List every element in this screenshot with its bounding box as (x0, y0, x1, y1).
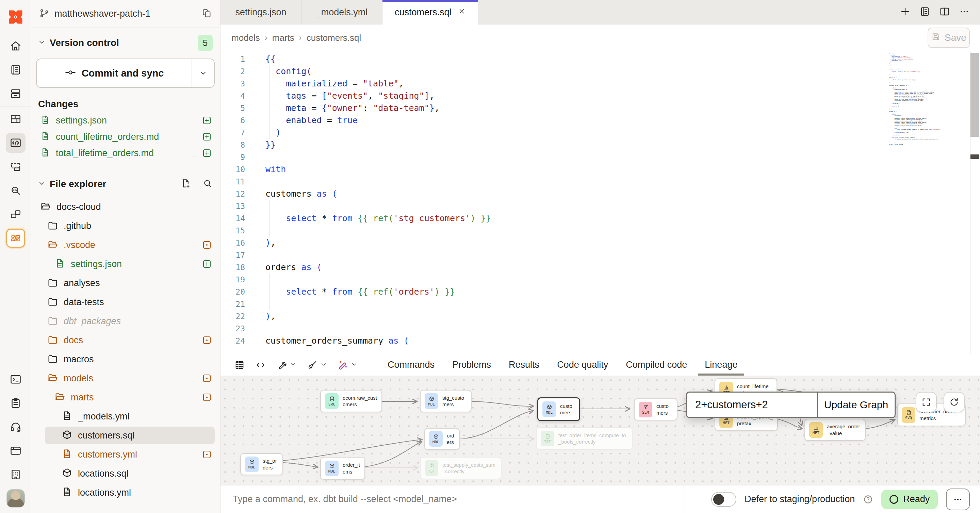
rail-item-terminal[interactable] (0, 367, 31, 391)
code-line[interactable]: 1{{ (221, 53, 980, 65)
tree-item-analyses[interactable]: analyses (31, 273, 220, 292)
chevron-down-icon[interactable] (37, 179, 46, 189)
tree-item-customers-sql[interactable]: customers.sql (31, 426, 220, 445)
chevron-down-icon[interactable] (350, 361, 358, 369)
code-line[interactable]: 11 (221, 176, 980, 188)
rail-item-grid[interactable] (0, 107, 31, 131)
notebook-icon[interactable] (920, 6, 930, 18)
panel-tool-magic-wand[interactable] (334, 360, 361, 370)
stage-plus-icon[interactable] (202, 115, 212, 125)
save-button[interactable]: Save (928, 27, 970, 48)
code-line[interactable]: 20 select * from {{ ref('orders') }} (221, 286, 980, 298)
plus-icon[interactable] (900, 6, 911, 18)
lineage-node-test-supply-costs[interactable]: TSTtest_supply_costs_sum_correctly (420, 457, 501, 479)
code-line[interactable]: 9 (221, 151, 980, 163)
close-icon[interactable] (458, 7, 466, 18)
panel-tool-code[interactable] (252, 360, 269, 370)
code-line[interactable]: 13 (221, 200, 980, 212)
code-line[interactable]: 8}} (221, 139, 980, 151)
split-view-icon[interactable] (939, 6, 950, 18)
tree-item--github[interactable]: .github (31, 216, 220, 235)
breadcrumb-item[interactable]: marts (272, 33, 294, 43)
code-line[interactable]: 10with (221, 163, 980, 176)
rail-item-clipboard[interactable] (0, 391, 31, 415)
panel-tab-commands[interactable]: Commands (379, 354, 443, 376)
breadcrumb-item[interactable]: models (231, 33, 260, 43)
commit-and-sync-button[interactable]: Commit and sync (36, 59, 215, 88)
breadcrumb-item[interactable]: customers.sql (307, 33, 361, 43)
tree-item--models-yml[interactable]: _models.yml (31, 407, 220, 426)
code-line[interactable]: 6 enabled = true (221, 114, 980, 127)
stage-plus-icon[interactable] (202, 148, 212, 158)
fullscreen-lineage-button[interactable] (916, 392, 937, 412)
lineage-node-customers-semantic[interactable]: SEMcustomers (634, 399, 678, 421)
code-editor[interactable]: 1{{2 config(3 materialized = "table",4 t… (221, 51, 980, 354)
panel-tool-wrench[interactable] (273, 360, 300, 370)
defer-toggle[interactable] (711, 492, 737, 507)
tree-item-settings-json[interactable]: settings.json (31, 254, 220, 273)
commit-and-sync-main[interactable]: Commit and sync (37, 59, 192, 87)
change-row[interactable]: total_lifetime_orders.md (31, 145, 220, 161)
editor-scrollbar-thumb[interactable] (970, 53, 979, 137)
update-graph-button[interactable]: Update Graph (817, 392, 894, 417)
lineage-node-stg-customers[interactable]: MDLstg_customers (420, 390, 472, 412)
version-control-header[interactable]: Version control 5 (31, 34, 220, 52)
search-icon[interactable] (202, 178, 213, 190)
tree-item--vscode[interactable]: .vscode (31, 235, 220, 254)
code-line[interactable]: 15 (221, 224, 980, 237)
lineage-selector-input[interactable] (687, 392, 817, 417)
rail-item-archive[interactable] (0, 82, 31, 105)
rail-item-editor-code[interactable] (0, 131, 31, 155)
code-line[interactable]: 5 meta = {"owner": "data-team"}, (221, 102, 980, 114)
lineage-node-order-items[interactable]: MDLorder_items (320, 457, 365, 480)
panel-tab-compiled-code[interactable]: Compiled code (617, 354, 696, 376)
panel-tool-broom[interactable] (304, 360, 331, 370)
lineage-node-stg-orders[interactable]: MDLstg_orders (240, 453, 283, 475)
dbt-logo[interactable] (0, 0, 31, 34)
code-line[interactable]: 14 select * from {{ ref('stg_customers')… (221, 212, 980, 224)
tree-item-models[interactable]: models (31, 369, 220, 388)
code-line[interactable]: 19 (221, 273, 980, 286)
change-row[interactable]: settings.json (31, 112, 220, 129)
copy-branch-icon[interactable] (202, 8, 212, 20)
rail-item-spyglass-audit[interactable] (0, 179, 31, 202)
commit-options-caret[interactable] (192, 59, 214, 87)
tab-customers-sql[interactable]: customers.sql (382, 0, 479, 24)
new-file-icon[interactable] (181, 178, 191, 190)
refresh-lineage-button[interactable] (943, 392, 965, 412)
code-line[interactable]: 18orders as ( (221, 261, 980, 273)
code-line[interactable]: 12customers as ( (221, 188, 980, 200)
chevron-down-icon[interactable] (320, 361, 327, 369)
tree-item-macros[interactable]: macros (31, 350, 220, 369)
code-line[interactable]: 3 materialized = "table", (221, 78, 980, 90)
chevron-down-icon[interactable] (289, 361, 297, 369)
lineage-node-customers-model[interactable]: MDLcustomers (537, 397, 580, 421)
chevron-down-icon[interactable] (37, 38, 46, 48)
rail-item-browser[interactable] (0, 439, 31, 463)
rail-item-dashed-box[interactable] (0, 155, 31, 179)
help-icon[interactable] (863, 494, 873, 505)
lineage-node-raw-customers[interactable]: SRCecom.raw_customers (320, 390, 382, 412)
tree-item-locations-sql[interactable]: locations.sql (31, 464, 220, 483)
code-line[interactable]: 2 config( (221, 65, 980, 78)
tree-item-docs-cloud[interactable]: docs-cloud (31, 197, 220, 216)
code-line[interactable]: 17 (221, 249, 980, 261)
code-line[interactable]: 16), (221, 237, 980, 249)
tree-item-customers-yml[interactable]: customers.yml (31, 445, 220, 464)
code-line[interactable]: 22), (221, 310, 980, 322)
user-avatar[interactable] (0, 486, 31, 510)
tree-item-dbt-packages[interactable]: dbt_packages (31, 311, 220, 331)
lineage-node-orders[interactable]: MDLorders (424, 428, 460, 450)
command-input[interactable] (233, 494, 641, 505)
code-line[interactable]: 23 (221, 322, 980, 335)
lineage-canvas[interactable]: SRCecom.raw_customersMDLstg_customersMDL… (221, 376, 980, 485)
editor-minimap[interactable]: {{ config( materialized = "table", tags … (889, 53, 949, 146)
panel-tool-results-table[interactable] (231, 360, 248, 370)
tree-item-data-tests[interactable]: data-tests (31, 292, 220, 311)
panel-tab-results[interactable]: Results (500, 354, 548, 376)
tree-item-marts[interactable]: marts (31, 388, 220, 407)
more-options-button[interactable] (946, 489, 970, 510)
rail-item-home[interactable] (0, 34, 31, 58)
rail-item-atom[interactable] (0, 226, 31, 250)
panel-tab-lineage[interactable]: Lineage (696, 354, 746, 376)
